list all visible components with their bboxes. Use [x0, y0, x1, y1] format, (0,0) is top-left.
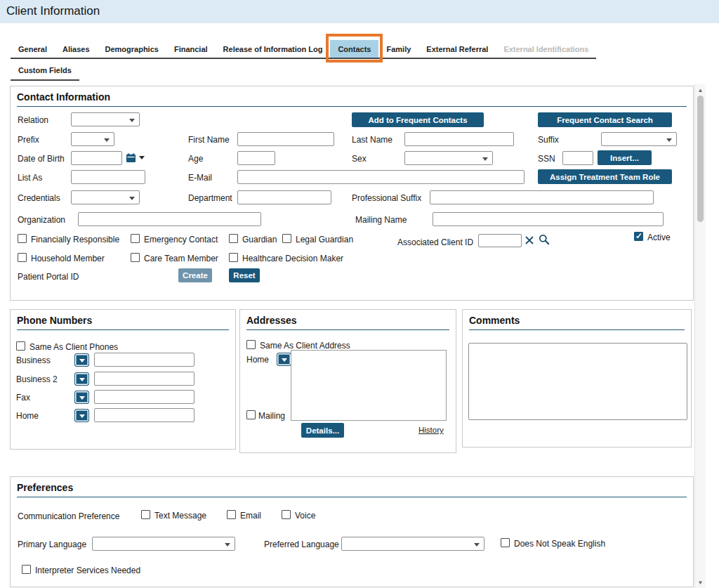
business-phone-input[interactable] — [94, 353, 194, 367]
scroll-thumb[interactable] — [697, 96, 704, 222]
mailing-checkbox[interactable] — [246, 410, 256, 419]
guardian-label: Guardian — [242, 235, 277, 244]
preferred-language-select[interactable] — [341, 537, 484, 551]
phone-numbers-section: Phone Numbers Same As Client Phones Busi… — [10, 309, 236, 450]
email-preference-checkbox[interactable] — [227, 510, 236, 519]
calendar-dropdown-caret[interactable] — [139, 156, 145, 159]
business-phone-type-dropdown[interactable] — [74, 353, 89, 367]
last-name-input[interactable] — [404, 132, 514, 146]
fax-phone-input[interactable] — [94, 390, 194, 404]
date-of-birth-input[interactable] — [71, 151, 122, 165]
household-member-checkbox[interactable] — [18, 253, 27, 262]
tab-general[interactable]: General — [11, 40, 55, 58]
healthcare-decision-maker-label: Healthcare Decision Maker — [242, 254, 343, 263]
vertical-scrollbar[interactable]: ▲ ▼ — [694, 84, 706, 588]
business-2-phone-label: Business 2 — [16, 374, 58, 384]
tab-external-referral[interactable]: External Referral — [418, 40, 496, 58]
guardian-checkbox[interactable] — [229, 234, 238, 243]
comments-textarea[interactable] — [468, 343, 687, 420]
ssn-label: SSN — [538, 154, 555, 164]
relation-select[interactable] — [71, 112, 140, 126]
history-link[interactable]: History — [418, 426, 444, 434]
home-phone-type-dropdown[interactable] — [74, 409, 89, 422]
healthcare-decision-maker-checkbox[interactable] — [229, 253, 238, 262]
interpreter-services-needed-checkbox[interactable] — [22, 565, 31, 574]
text-message-label: Text Message — [154, 511, 206, 521]
credentials-select[interactable] — [71, 190, 140, 204]
professional-suffix-label: Professional Suffix — [352, 193, 421, 203]
insert-button[interactable]: Insert... — [598, 150, 652, 165]
tab-family[interactable]: Family — [378, 40, 418, 58]
contact-information-header: Contact Information — [17, 91, 687, 107]
care-team-member-label: Care Team Member — [144, 254, 218, 263]
does-not-speak-english-label: Does Not Speak English — [514, 539, 605, 549]
home-phone-input[interactable] — [94, 408, 194, 422]
tab-contacts[interactable]: Contacts — [330, 40, 378, 58]
tab-demographics[interactable]: Demographics — [98, 40, 166, 58]
suffix-select[interactable] — [601, 132, 677, 146]
tab-financial[interactable]: Financial — [166, 40, 216, 58]
reset-button[interactable]: Reset — [229, 268, 260, 282]
frequent-contact-search-button[interactable]: Frequent Contact Search — [538, 112, 672, 127]
tab-bar: General Aliases Demographics Financial R… — [11, 40, 596, 59]
active-checkbox[interactable] — [634, 232, 643, 241]
add-to-frequent-contacts-button[interactable]: Add to Frequent Contacts — [352, 112, 484, 127]
voice-checkbox[interactable] — [282, 510, 291, 519]
age-input[interactable] — [237, 151, 275, 165]
professional-suffix-input[interactable] — [430, 190, 654, 204]
calendar-icon[interactable] — [126, 153, 136, 163]
primary-language-select[interactable] — [92, 537, 235, 551]
text-message-checkbox[interactable] — [141, 510, 150, 519]
tab-external-identifications: External Identifications — [496, 40, 596, 58]
first-name-label: First Name — [188, 135, 230, 145]
same-as-client-phones-label: Same As Client Phones — [29, 342, 118, 352]
same-as-client-phones-checkbox[interactable] — [16, 341, 25, 351]
preferences-header: Preferences — [17, 482, 687, 497]
active-label: Active — [647, 233, 671, 242]
home-address-type-dropdown[interactable] — [277, 353, 291, 366]
phone-numbers-header: Phone Numbers — [17, 315, 229, 330]
tab-release-of-information-log[interactable]: Release of Information Log — [216, 40, 331, 58]
scroll-down-icon[interactable]: ▼ — [695, 577, 706, 587]
organization-input[interactable] — [78, 212, 261, 226]
page-title: Client Information — [6, 4, 100, 18]
prefix-select[interactable] — [71, 132, 114, 146]
department-input[interactable] — [237, 190, 331, 204]
care-team-member-checkbox[interactable] — [131, 253, 140, 262]
first-name-input[interactable] — [237, 132, 334, 146]
create-button[interactable]: Create — [178, 268, 212, 282]
prefix-label: Prefix — [18, 135, 39, 145]
financially-responsible-checkbox[interactable] — [18, 234, 27, 243]
associated-client-id-input[interactable] — [478, 234, 522, 247]
associated-client-id-label: Associated Client ID — [397, 237, 473, 247]
communication-preference-label: Communication Preference — [18, 511, 119, 521]
business-2-phone-type-dropdown[interactable] — [74, 372, 89, 386]
sex-select[interactable] — [404, 151, 493, 165]
mailing-name-input[interactable] — [433, 212, 664, 226]
list-as-input[interactable] — [71, 170, 145, 184]
credentials-label: Credentials — [18, 193, 60, 203]
search-icon[interactable] — [539, 234, 550, 245]
tab-custom-fields[interactable]: Custom Fields — [11, 61, 79, 79]
fax-phone-label: Fax — [16, 393, 30, 403]
same-as-client-address-label: Same As Client Address — [260, 341, 350, 351]
business-2-phone-input[interactable] — [94, 372, 194, 386]
assign-treatment-team-role-button[interactable]: Assign Treatment Team Role — [538, 169, 672, 184]
legal-guardian-checkbox[interactable] — [282, 234, 291, 243]
email-input[interactable] — [237, 170, 525, 184]
date-of-birth-label: Date of Birth — [18, 154, 65, 164]
does-not-speak-english-checkbox[interactable] — [501, 538, 510, 547]
fax-phone-type-dropdown[interactable] — [74, 391, 89, 404]
comments-header: Comments — [469, 315, 685, 330]
contact-information-section: Contact Information Relation Add to Freq… — [10, 86, 694, 301]
details-button[interactable]: Details... — [301, 423, 344, 438]
mailing-label: Mailing — [258, 411, 285, 421]
home-phone-label: Home — [16, 411, 39, 421]
scroll-up-icon[interactable]: ▲ — [695, 85, 706, 95]
clear-icon[interactable] — [525, 236, 534, 244]
same-as-client-address-checkbox[interactable] — [246, 340, 256, 349]
emergency-contact-checkbox[interactable] — [131, 234, 140, 243]
ssn-input[interactable] — [562, 151, 593, 165]
tab-aliases[interactable]: Aliases — [55, 40, 98, 58]
relation-label: Relation — [18, 115, 48, 125]
